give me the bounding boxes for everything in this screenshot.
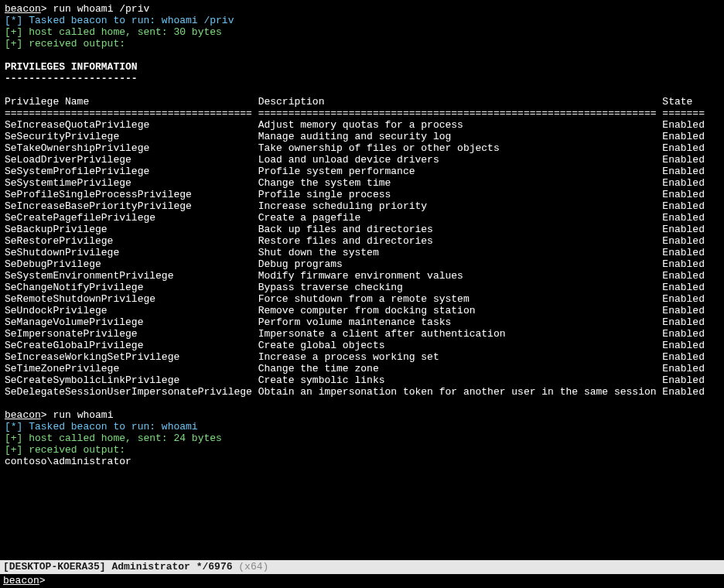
prompt-sep: >	[39, 575, 46, 586]
status-arch: (x64)	[238, 561, 268, 573]
status-bar: [DESKTOP-KOERA35] Administrator */6976 (…	[0, 560, 724, 574]
terminal-output[interactable]: beacon> run whoami /priv [*] Tasked beac…	[0, 0, 724, 588]
status-pid: */6976	[196, 561, 233, 573]
status-user: Administrator	[111, 561, 190, 573]
command-input-line[interactable]: beacon>	[0, 574, 724, 588]
prompt-label: beacon	[3, 575, 39, 586]
status-host: [DESKTOP-KOERA35]	[3, 561, 106, 573]
